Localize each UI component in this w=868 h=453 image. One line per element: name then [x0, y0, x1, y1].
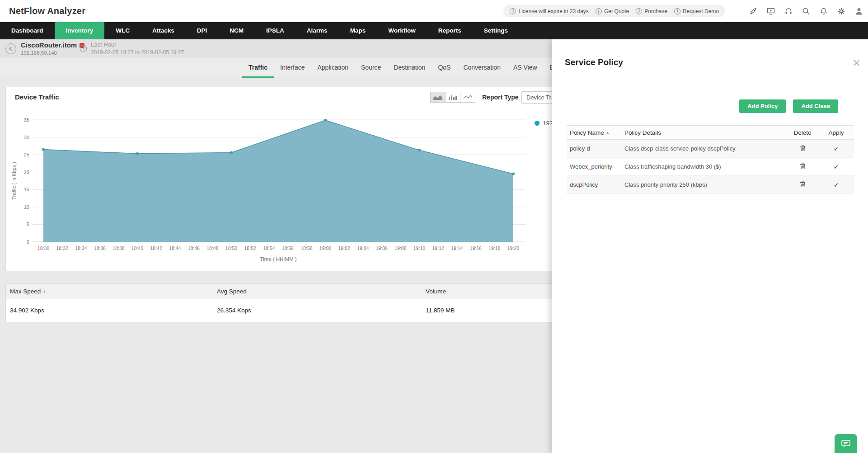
nav-item-wlc[interactable]: WLC [104, 22, 141, 39]
sort-caret-icon: ▲ [42, 289, 46, 293]
svg-text:19:14: 19:14 [451, 245, 463, 251]
nav-item-inventory[interactable]: Inventory [55, 22, 105, 39]
apply-policy-check[interactable]: ✓ [834, 145, 839, 152]
svg-text:18:32: 18:32 [56, 245, 68, 251]
chart-area: 0510152025303518:3018:3218:3418:3618:381… [9, 111, 543, 269]
demo-video-icon[interactable] [766, 7, 775, 16]
svg-text:20: 20 [24, 170, 29, 175]
policy-details: Class dscp-class service-policy dscpPoli… [624, 145, 787, 152]
time-period-label: Last Hour [91, 41, 184, 48]
chart-type-switcher [431, 92, 475, 103]
trash-icon [800, 181, 806, 188]
line-chart-button[interactable] [460, 92, 475, 103]
nav-item-ipsla[interactable]: IPSLA [255, 22, 296, 39]
svg-text:5: 5 [27, 222, 29, 227]
back-button[interactable] [5, 43, 16, 54]
svg-text:19:04: 19:04 [357, 245, 369, 251]
settings-gear-icon[interactable] [837, 7, 846, 16]
tab-source[interactable]: Source [355, 58, 387, 78]
bar-chart-button[interactable] [445, 92, 460, 103]
policy-name: policy-d [567, 145, 624, 152]
get-quote-link[interactable]: i Get Quote [596, 8, 629, 14]
nav-item-reports[interactable]: Reports [427, 22, 473, 39]
svg-text:18:58: 18:58 [300, 245, 312, 251]
svg-text:15: 15 [24, 187, 29, 192]
search-icon[interactable] [802, 7, 811, 16]
header-delete: Delete [787, 126, 818, 140]
svg-text:18:54: 18:54 [263, 245, 275, 251]
tab-as-view[interactable]: AS View [507, 58, 544, 78]
nav-item-dpi[interactable]: DPI [186, 22, 219, 39]
rocket-icon[interactable] [749, 7, 758, 16]
nav-item-settings[interactable]: Settings [473, 22, 519, 39]
tab-interface[interactable]: Interface [274, 58, 311, 78]
chevron-left-icon [8, 46, 14, 52]
nav-item-alarms[interactable]: Alarms [296, 22, 339, 39]
top-header: NetFlow Analyzer i License will expire i… [0, 0, 868, 22]
tab-application[interactable]: Application [311, 58, 355, 78]
time-period-selector[interactable]: Last Hour 2019-02-05 18:27 to 2019-02-05… [91, 41, 184, 56]
policy-table-header: Policy Name▲ Policy Details Delete Apply [567, 125, 854, 140]
apply-policy-check[interactable]: ✓ [834, 163, 839, 170]
policy-details: Class trafficshaping bandwidth 30 ($) [624, 163, 787, 170]
header-policy-name[interactable]: Policy Name▲ [567, 126, 624, 140]
apply-policy-check[interactable]: ✓ [834, 181, 839, 189]
license-expiry-label: License will expire in 23 days [518, 8, 588, 14]
nav-item-maps[interactable]: Maps [339, 22, 377, 39]
svg-text:Traffic ( in Kbps ): Traffic ( in Kbps ) [11, 162, 17, 199]
close-icon[interactable]: ✕ [853, 58, 861, 68]
delete-policy-button[interactable] [798, 161, 807, 172]
tab-conversation[interactable]: Conversation [457, 58, 507, 78]
svg-text:19:10: 19:10 [413, 245, 425, 251]
header-avg-speed[interactable]: Avg Speed [217, 284, 426, 299]
delete-policy-button[interactable] [798, 143, 807, 154]
svg-text:18:56: 18:56 [282, 245, 294, 251]
nav-item-attacks[interactable]: Attacks [141, 22, 186, 39]
clock-icon [80, 45, 87, 54]
header-max-speed[interactable]: Max Speed▲ [6, 284, 217, 299]
policy-row: Webex_periority Class trafficshaping ban… [567, 158, 854, 176]
svg-text:18:40: 18:40 [131, 245, 143, 251]
svg-text:19:02: 19:02 [338, 245, 350, 251]
add-policy-button[interactable]: Add Policy [739, 99, 786, 113]
svg-text:18:44: 18:44 [169, 245, 181, 251]
tab-traffic[interactable]: Traffic [242, 58, 274, 78]
purchase-label: Purchase [644, 8, 667, 14]
support-headset-icon[interactable] [784, 7, 793, 16]
nav-item-workflow[interactable]: Workflow [377, 22, 427, 39]
trash-icon [800, 145, 806, 151]
alert-circle-icon: i [510, 8, 516, 14]
svg-text:18:46: 18:46 [188, 245, 200, 251]
purchase-circle-icon: i [636, 8, 642, 14]
svg-text:18:36: 18:36 [94, 245, 106, 251]
policy-name: Webex_periority [567, 163, 624, 170]
panel-title: Service Policy [565, 57, 623, 67]
license-expiry-notice[interactable]: i License will expire in 23 days [510, 8, 588, 14]
request-demo-link[interactable]: i Request Demo [674, 8, 719, 14]
notifications-bell-icon[interactable] [819, 7, 828, 16]
purchase-link[interactable]: i Purchase [636, 8, 667, 14]
svg-text:10: 10 [24, 204, 29, 210]
nav-item-dashboard[interactable]: Dashboard [0, 22, 55, 39]
bar-chart-icon [448, 94, 457, 100]
service-policy-panel: Service Policy ✕ Add Policy Add Class Po… [552, 39, 868, 453]
trash-icon [800, 163, 806, 170]
svg-text:18:48: 18:48 [206, 245, 218, 251]
tab-destination[interactable]: Destination [387, 58, 432, 78]
area-chart-button[interactable] [430, 92, 446, 103]
svg-text:18:34: 18:34 [75, 245, 87, 251]
add-class-button[interactable]: Add Class [793, 99, 838, 113]
delete-policy-button[interactable] [798, 179, 807, 190]
device-ip: 192.168.50.140 [21, 50, 84, 56]
svg-text:19:20: 19:20 [507, 245, 519, 251]
policy-details: Class priority priority 250 (kbps) [624, 181, 787, 188]
tab-qos[interactable]: QoS [432, 58, 457, 78]
quote-circle-icon: i [596, 8, 602, 14]
nav-item-ncm[interactable]: NCM [218, 22, 255, 39]
user-avatar[interactable] [854, 7, 863, 16]
card-title: Device Traffic [15, 87, 59, 107]
license-notice-bar: i License will expire in 23 days i Get Q… [503, 5, 725, 17]
svg-text:19:16: 19:16 [470, 245, 482, 251]
live-chat-button[interactable] [835, 434, 857, 453]
svg-text:25: 25 [24, 152, 29, 157]
